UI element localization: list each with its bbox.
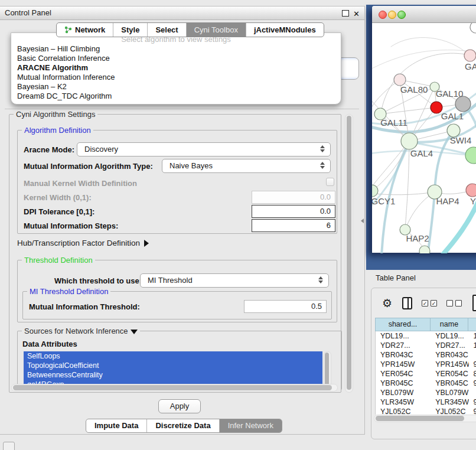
table-row[interactable]: YBR045CYBR045C9. xyxy=(376,379,476,388)
columns-icon[interactable] xyxy=(402,297,412,309)
table-row[interactable]: YBR043CYBR043C xyxy=(376,350,476,360)
scrollbar-thumb[interactable] xyxy=(325,353,329,388)
table-row[interactable]: YLR345WYLR345W9. xyxy=(376,397,476,407)
table-cell: 12 xyxy=(469,341,476,350)
table-row[interactable]: YDR27...YDR27...12 xyxy=(376,341,476,350)
kernel-width-field[interactable]: 0.0 xyxy=(252,191,335,204)
node-label: SWI4 xyxy=(450,135,472,145)
network-edge[interactable] xyxy=(372,142,409,191)
algorithm-option[interactable]: Basic Correlation Inference xyxy=(11,54,341,63)
algorithm-option[interactable]: Bayesian – Hill Climbing xyxy=(11,44,341,54)
apply-button[interactable]: Apply xyxy=(158,399,201,413)
algorithm-option[interactable]: Dream8 DC_TDC Algorithm xyxy=(11,92,341,101)
new-column-icon[interactable] xyxy=(472,295,476,311)
gear-icon[interactable]: ⚙ xyxy=(382,296,392,310)
tab-network[interactable]: Network xyxy=(57,23,113,37)
float-window-icon[interactable] xyxy=(342,10,349,17)
column-header-name[interactable]: name xyxy=(430,318,468,331)
node-label: HAP2 xyxy=(406,233,429,243)
deselect-all-icon[interactable] xyxy=(446,300,462,306)
table-row[interactable]: YBL079WYBL079W xyxy=(376,388,476,397)
tab-label: jActiveMNodules xyxy=(254,23,316,37)
settings-horizontal-scrollbar[interactable] xyxy=(11,384,338,392)
mi-threshold-label: Mutual Information Threshold: xyxy=(29,302,140,311)
network-edge[interactable] xyxy=(380,107,436,114)
algorithm-option[interactable]: Bayesian – K2 xyxy=(11,82,341,92)
table-row[interactable]: YPR145WYPR145W9. xyxy=(376,360,476,369)
table-cell: YLR345W xyxy=(431,397,468,407)
table-cell: YDR27... xyxy=(376,341,431,350)
node-label: GAL10 xyxy=(436,89,464,99)
algorithm-option[interactable]: Mutual Information Inference xyxy=(11,73,341,82)
sources-group-title[interactable]: Sources for Network Inference xyxy=(22,327,140,335)
network-edge[interactable] xyxy=(372,141,409,193)
close-traffic-light-icon[interactable] xyxy=(379,11,387,19)
node-label: GAL4 xyxy=(410,148,433,158)
screen: GALGAL80GAL10GAL1GAL11SWI4GAL4GCY1HAP4YH… xyxy=(0,0,476,450)
minimize-traffic-light-icon[interactable] xyxy=(388,11,396,19)
table-row[interactable]: YDL19...YDL19...13 xyxy=(376,331,476,341)
network-node[interactable] xyxy=(466,184,476,197)
table-row[interactable]: YJL052CYJL052C9. xyxy=(376,407,476,415)
tab-select[interactable]: Select xyxy=(147,23,185,37)
network-canvas[interactable]: GALGAL80GAL10GAL1GAL11SWI4GAL4GCY1HAP4YH… xyxy=(372,23,476,253)
network-node[interactable] xyxy=(419,246,430,253)
hub-definition-expander[interactable]: Hub/Transcription Factor Definition xyxy=(17,239,149,247)
tab-jactivemnodules[interactable]: jActiveMNodules xyxy=(246,23,324,37)
scrollbar-thumb[interactable] xyxy=(13,385,332,390)
bottom-corner-button[interactable] xyxy=(3,442,15,450)
network-node[interactable] xyxy=(464,50,476,61)
table-cell: 9. xyxy=(469,397,476,407)
algorithm-option[interactable]: ARACNE Algorithm xyxy=(11,63,341,73)
scrollbar-thumb[interactable] xyxy=(347,116,351,390)
dpi-tolerance-field[interactable]: 0.0 xyxy=(252,205,335,218)
mi-steps-field[interactable]: 6 xyxy=(252,219,335,232)
table-cell: 9. xyxy=(469,360,476,369)
column-header-shared-name[interactable]: shared... xyxy=(375,318,431,331)
settings-vertical-scrollbar[interactable] xyxy=(345,114,353,393)
tab-discretize-data[interactable]: Discretize Data xyxy=(146,419,219,432)
table-row[interactable]: YER054CYER054C8. xyxy=(376,369,476,379)
network-edge[interactable] xyxy=(391,37,469,55)
manual-kernel-checkbox[interactable] xyxy=(326,178,334,186)
tab-impute-data[interactable]: Impute Data xyxy=(86,419,146,432)
network-window[interactable]: GALGAL80GAL10GAL1GAL11SWI4GAL4GCY1HAP4YH… xyxy=(372,6,476,253)
data-attributes-label: Data Attributes xyxy=(22,340,77,348)
data-attribute-item[interactable]: BetweennessCentrality xyxy=(24,370,322,380)
column-header-partial[interactable]: A xyxy=(468,318,476,331)
mi-threshold-field[interactable]: 0.5 xyxy=(244,300,327,313)
node-label: GAL1 xyxy=(441,111,464,121)
node-label: HAP4 xyxy=(436,196,459,206)
table-toolbar: ⚙ ✓ ✓ xyxy=(371,292,476,314)
aracne-mode-select[interactable]: Discovery xyxy=(77,142,331,156)
table-cell: YPR145W xyxy=(376,360,431,369)
close-icon[interactable]: ✕ xyxy=(353,8,360,21)
table-header-row: shared... name A xyxy=(375,318,476,331)
tab-cyni-toolbox[interactable]: Cyni Toolbox xyxy=(186,23,246,37)
network-node[interactable] xyxy=(465,147,476,164)
tab-style[interactable]: Style xyxy=(113,23,147,37)
network-window-titlebar[interactable] xyxy=(372,6,476,23)
panel-splitter-handle[interactable] xyxy=(361,219,364,223)
mi-steps-label: Mutual Information Steps: xyxy=(24,221,118,230)
node-table: shared... name A YDL19...YDL19...13YDR27… xyxy=(375,318,476,415)
zoom-traffic-light-icon[interactable] xyxy=(397,11,406,19)
mi-type-select[interactable]: Naive Bayes xyxy=(162,159,331,173)
which-threshold-select[interactable]: MI Threshold xyxy=(140,273,329,288)
settings-group-title: Cyni Algorithm Settings xyxy=(14,110,97,119)
tab-infer-network[interactable]: Infer Network xyxy=(219,419,282,432)
network-node[interactable] xyxy=(394,74,406,86)
algorithm-definition-title: Algorithm Definition xyxy=(22,126,93,135)
scrollbar-thumb[interactable] xyxy=(376,416,464,421)
sources-group: Sources for Network Inference Data Attri… xyxy=(17,331,342,390)
table-horizontal-scrollbar[interactable] xyxy=(374,415,476,422)
network-node[interactable] xyxy=(470,23,476,33)
data-attribute-item[interactable]: SelfLoops xyxy=(24,351,322,361)
select-all-icon[interactable]: ✓ ✓ xyxy=(422,300,437,306)
table-cell: YDL19... xyxy=(376,331,431,341)
network-edge[interactable] xyxy=(442,198,476,253)
network-node[interactable] xyxy=(401,133,418,149)
cyni-algorithm-settings-group: Cyni Algorithm Settings Algorithm Defini… xyxy=(9,114,341,393)
data-attribute-item[interactable]: TopologicalCoefficient xyxy=(24,361,322,370)
network-edge[interactable] xyxy=(405,141,409,230)
